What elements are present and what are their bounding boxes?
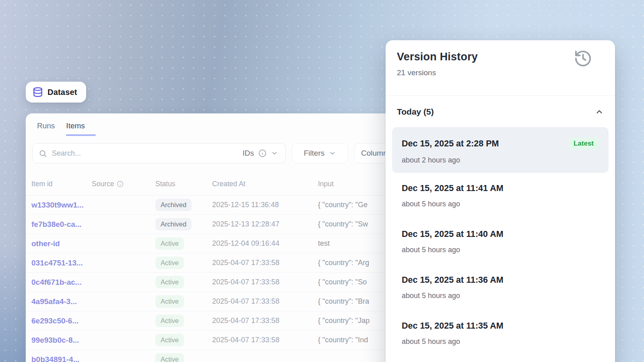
version-list: Dec 15, 2025 at 2:28 PM Latest about 2 h… (386, 117, 615, 356)
cell-created-at: 2025-04-07 17:33:58 (206, 297, 312, 306)
info-icon (117, 181, 124, 187)
history-icon (574, 49, 592, 68)
section-today[interactable]: Today (5) (386, 96, 615, 117)
version-entry-time: about 5 hours ago (402, 246, 599, 254)
status-badge: Active (155, 276, 184, 289)
dataset-badge[interactable]: Dataset (26, 82, 86, 103)
chevron-up-icon[interactable] (595, 107, 604, 116)
version-entry[interactable]: Dec 15, 2025 at 11:41 AM about 5 hours a… (392, 173, 609, 219)
status-badge: Active (155, 295, 184, 308)
cell-created-at: 2025-04-07 17:33:58 (206, 278, 312, 286)
version-entry[interactable]: Dec 15, 2025 at 2:28 PM Latest about 2 h… (392, 127, 609, 173)
cell-created-at: 2025-04-07 17:33:58 (206, 259, 312, 267)
item-id-link[interactable]: 99e93b0c-8... (31, 336, 79, 344)
chevron-down-icon (271, 150, 278, 157)
cell-created-at: 2025-12-15 11:36:48 (206, 201, 312, 209)
column-header-source[interactable]: Source (86, 180, 150, 188)
status-badge: Archived (155, 218, 192, 231)
search-input[interactable] (52, 149, 243, 158)
version-entry-time: about 5 hours ago (402, 292, 599, 300)
item-id-link[interactable]: 6e293c50-6... (31, 317, 78, 325)
status-badge: Archived (155, 199, 192, 212)
version-entry-title: Dec 15, 2025 at 11:41 AM (402, 183, 504, 193)
version-entry-title: Dec 15, 2025 at 11:40 AM (402, 229, 504, 239)
tab-items[interactable]: Items (66, 121, 85, 136)
cell-created-at: 2025-04-07 17:33:58 (206, 336, 312, 344)
cell-created-at: 2025-04-07 17:33:58 (206, 317, 312, 325)
version-count: 21 versions (397, 68, 604, 77)
version-entry-title: Dec 15, 2025 at 11:35 AM (402, 321, 504, 331)
cell-created-at: 2025-12-13 12:28:47 (206, 220, 312, 228)
ids-label: IDs (243, 149, 254, 158)
version-entry-time: about 2 hours ago (402, 156, 599, 165)
tab-runs[interactable]: Runs (37, 121, 55, 136)
version-entry-time: about 5 hours ago (402, 200, 599, 208)
version-history-title: Version History (397, 51, 604, 63)
column-header-item-id[interactable]: Item id (26, 180, 86, 188)
cell-created-at: 2025-12-04 09:16:44 (206, 239, 312, 248)
item-id-link[interactable]: 031c4751-13... (31, 259, 83, 267)
filters-label: Filters (304, 149, 325, 158)
item-id-link[interactable]: other-id (31, 239, 60, 248)
section-today-label: Today (5) (397, 107, 434, 117)
version-entry-title: Dec 15, 2025 at 11:36 AM (402, 275, 504, 285)
version-history-panel: Version History 21 versions Today (5) De… (386, 40, 615, 362)
info-icon (258, 149, 266, 157)
status-badge: Active (155, 237, 184, 250)
item-id-link[interactable]: 4a95afa4-3... (31, 297, 77, 306)
version-entry[interactable]: Dec 15, 2025 at 11:35 AM about 5 hours a… (392, 311, 609, 356)
column-header-status[interactable]: Status (150, 180, 206, 188)
item-id-link[interactable]: fe7b38e0-ca... (31, 220, 82, 228)
status-badge: Active (155, 353, 184, 362)
ids-dropdown[interactable]: IDs (243, 149, 279, 158)
version-history-header: Version History 21 versions (386, 40, 615, 96)
item-id-link[interactable]: b0b34891-4... (31, 355, 79, 362)
version-entry[interactable]: Dec 15, 2025 at 11:36 AM about 5 hours a… (392, 265, 609, 311)
filters-button[interactable]: Filters (292, 143, 348, 163)
chevron-down-icon (329, 150, 336, 157)
version-entry[interactable]: Dec 15, 2025 at 11:40 AM about 5 hours a… (392, 219, 609, 265)
column-header-created-at[interactable]: Created At (206, 180, 312, 188)
dataset-badge-label: Dataset (47, 88, 77, 97)
search-icon (39, 149, 47, 158)
search-box[interactable]: IDs (32, 143, 286, 163)
status-badge: Active (155, 334, 184, 347)
latest-badge: Latest (568, 138, 599, 150)
version-entry-time: about 5 hours ago (402, 337, 599, 346)
item-id-link[interactable]: w1330t9ww1... (31, 201, 84, 209)
version-entry-title: Dec 15, 2025 at 2:28 PM (402, 139, 499, 149)
active-tab-underline (66, 134, 96, 136)
status-badge: Active (155, 257, 184, 269)
item-id-link[interactable]: 0c4f671b-ac... (31, 278, 82, 286)
status-badge: Active (155, 315, 184, 327)
database-icon (33, 87, 43, 97)
